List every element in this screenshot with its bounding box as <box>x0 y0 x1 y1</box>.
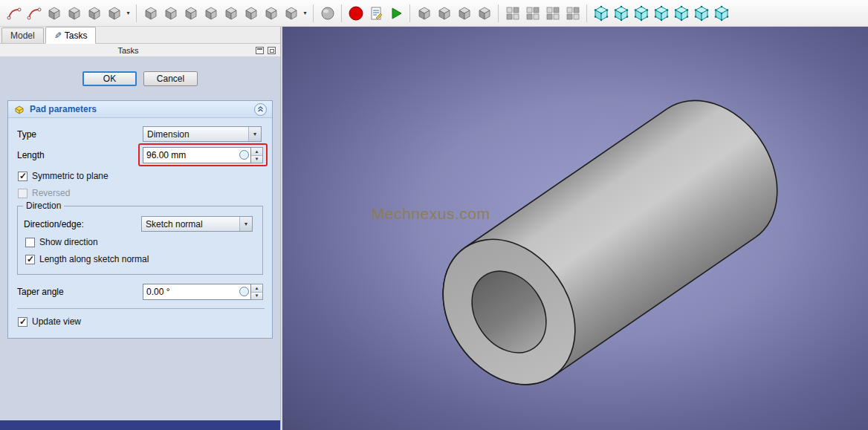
create-sketch-icon[interactable] <box>4 3 24 23</box>
expression-editor-icon[interactable] <box>239 287 249 296</box>
float-icon[interactable] <box>268 47 276 54</box>
direction-edge-combobox[interactable]: Sketch normal ▾ <box>141 216 253 232</box>
3d-viewport[interactable]: Mechnexus.com <box>282 27 868 430</box>
toolbar-separator <box>313 4 314 22</box>
symmetric-checkbox[interactable] <box>18 172 27 181</box>
type-value: Dimension <box>147 129 190 140</box>
expression-editor-icon[interactable] <box>239 150 249 160</box>
status-strip <box>0 420 280 430</box>
show-direction-label: Show direction <box>39 237 98 247</box>
view-right-icon[interactable] <box>651 3 671 23</box>
pad-parameters-section: Pad parameters Type Dimension ▾ <box>7 100 273 339</box>
multi-transform-icon[interactable] <box>563 3 583 23</box>
length-input[interactable] <box>143 147 251 163</box>
tab-model-label: Model <box>10 30 35 41</box>
view-top-icon[interactable] <box>631 3 651 23</box>
mirrored-icon[interactable] <box>502 3 522 23</box>
view-rear-icon[interactable] <box>671 3 691 23</box>
taper-angle-row: Taper angle ▲ ▼ <box>17 284 266 300</box>
spin-up-icon[interactable]: ▲ <box>251 284 262 293</box>
task-panel-column: Model ✎ Tasks Tasks OK Cancel Pad parame… <box>0 27 280 430</box>
direction-edge-label: Direction/edge: <box>24 219 141 229</box>
draft-icon[interactable] <box>454 3 474 23</box>
macro-execute-icon[interactable] <box>386 3 406 23</box>
tab-tasks[interactable]: ✎ Tasks <box>45 27 97 44</box>
spin-down-icon[interactable]: ▼ <box>251 293 262 300</box>
toolbar-separator <box>341 4 342 22</box>
dropdown-arrow-icon[interactable]: ▾ <box>124 10 132 16</box>
taper-angle-spinbox: ▲ ▼ <box>143 284 263 300</box>
symmetric-row: Symmetric to plane <box>18 171 266 181</box>
update-view-row: Update view <box>18 316 266 327</box>
pocket-icon[interactable] <box>241 3 261 23</box>
taper-angle-input[interactable] <box>143 284 251 300</box>
polar-pattern-icon[interactable] <box>542 3 563 23</box>
update-view-checkbox[interactable] <box>18 317 27 327</box>
additive-pipe-icon[interactable] <box>201 3 221 23</box>
chamfer-icon[interactable] <box>434 3 454 23</box>
create-shape-binder-icon[interactable] <box>104 3 124 23</box>
edit-sketch-icon[interactable] <box>24 3 44 23</box>
pad-3d-model[interactable] <box>282 27 868 430</box>
length-spinbox: ▲ ▼ <box>143 147 263 163</box>
dropdown-arrow-icon[interactable]: ▾ <box>301 10 309 16</box>
chevron-down-icon: ▾ <box>239 217 252 231</box>
view-bottom-icon[interactable] <box>691 3 711 23</box>
show-direction-checkbox[interactable] <box>25 238 35 247</box>
symmetric-label: Symmetric to plane <box>32 171 108 181</box>
tasks-title: Tasks <box>4 46 252 55</box>
create-datum-plane-icon[interactable] <box>64 3 84 23</box>
thickness-icon[interactable] <box>474 3 494 23</box>
macro-edit-icon[interactable] <box>366 3 386 23</box>
fillet-icon[interactable] <box>414 3 434 23</box>
pad-parameters-form: Type Dimension ▾ Length ▲ <box>8 118 272 338</box>
chevron-up-icon <box>256 105 265 114</box>
spin-down-icon[interactable]: ▼ <box>251 156 262 163</box>
hole-icon[interactable] <box>261 3 281 23</box>
groove-icon[interactable] <box>281 3 301 23</box>
additive-loft-icon[interactable] <box>181 3 201 23</box>
reversed-label: Reversed <box>32 188 70 198</box>
cancel-button[interactable]: Cancel <box>143 71 198 86</box>
linear-pattern-icon[interactable] <box>522 3 542 23</box>
show-direction-row: Show direction <box>25 237 256 247</box>
direction-edge-value: Sketch normal <box>146 219 203 229</box>
macro-record-icon[interactable] <box>346 3 366 23</box>
section-title: Pad parameters <box>30 104 97 114</box>
collapse-section-button[interactable] <box>254 103 267 116</box>
length-along-normal-label: Length along sketch normal <box>39 254 149 264</box>
direction-groupbox: Direction Direction/edge: Sketch normal … <box>17 206 263 275</box>
chevron-down-icon: ▾ <box>248 127 261 141</box>
taper-spinners: ▲ ▼ <box>251 284 263 300</box>
create-datum-line-icon[interactable] <box>84 3 104 23</box>
tab-model[interactable]: Model <box>1 27 44 43</box>
length-label: Length <box>17 150 143 160</box>
length-along-normal-row: Length along sketch normal <box>25 254 256 264</box>
tasks-panel-content: OK Cancel Pad parameters Type Di <box>0 57 280 430</box>
spin-up-icon[interactable]: ▲ <box>251 148 262 156</box>
revolve-icon[interactable] <box>161 3 181 23</box>
length-row: Length ▲ ▼ <box>17 147 266 163</box>
freecad-window: ▾▾ Model ✎ Tasks Tasks OK Cancel <box>0 0 868 430</box>
type-combobox[interactable]: Dimension ▾ <box>143 126 262 142</box>
taper-angle-label: Taper angle <box>17 287 143 297</box>
toolbar-separator <box>136 4 137 22</box>
view-front-icon[interactable] <box>611 3 631 23</box>
pad-icon[interactable] <box>140 3 161 23</box>
dock-icon[interactable] <box>256 47 264 54</box>
view-isometric-icon[interactable] <box>591 3 611 23</box>
view-left-icon[interactable] <box>711 3 731 23</box>
toolbar-separator <box>498 4 499 22</box>
ok-button[interactable]: OK <box>82 71 137 86</box>
pad-parameters-header[interactable]: Pad parameters <box>8 101 272 118</box>
toolbar-separator <box>409 4 410 22</box>
tab-tasks-label: Tasks <box>65 30 88 41</box>
additive-helix-icon[interactable] <box>221 3 241 23</box>
length-spinners: ▲ ▼ <box>251 147 263 163</box>
length-along-normal-checkbox[interactable] <box>25 255 35 264</box>
map-sketch-to-face-icon[interactable] <box>44 3 64 23</box>
watermark: Mechnexus.com <box>372 205 490 223</box>
additive-sphere-icon[interactable] <box>317 3 337 23</box>
type-row: Type Dimension ▾ <box>17 126 266 142</box>
pen-icon: ✎ <box>54 30 62 41</box>
